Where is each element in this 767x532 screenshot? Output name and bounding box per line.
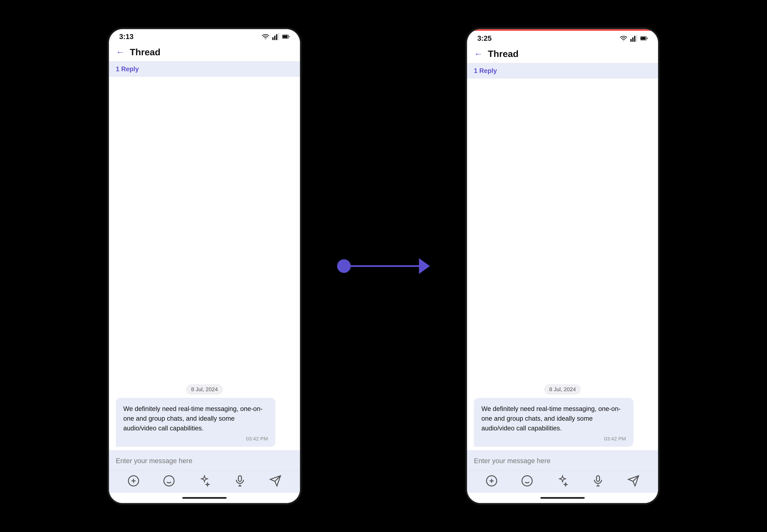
svg-rect-17 [630,39,632,42]
svg-rect-22 [641,37,646,40]
left-message-time: 03:42 PM [123,436,268,442]
arrow-dot [337,259,351,273]
right-date-row: 8 Jul, 2024 [474,384,651,394]
left-status-icons [262,33,290,40]
arrow-head [419,258,430,274]
wifi-icon [262,33,269,40]
right-battery-icon [640,35,648,42]
svg-rect-19 [634,36,635,42]
left-send-icon[interactable] [268,474,282,488]
svg-rect-12 [238,476,241,481]
right-home-bar [540,497,585,499]
right-date-badge: 8 Jul, 2024 [544,384,581,394]
right-phone: 3:25 ← [467,29,658,503]
left-date-row: 8 Jul, 2024 [116,384,293,394]
right-reply-count: 1 Reply [474,67,497,74]
right-add-icon[interactable] [485,474,499,488]
left-message-bubble: We definitely need real-time messaging, … [116,398,275,447]
svg-point-9 [164,476,174,486]
left-message-text: We definitely need real-time messaging, … [123,404,268,433]
svg-rect-29 [597,476,600,481]
right-header: ← Thread [467,44,658,63]
right-sparkle-icon[interactable] [556,474,569,488]
right-messages-area: 8 Jul, 2024 We definitely need real-time… [467,79,658,450]
svg-rect-5 [283,35,287,38]
left-header-title: Thread [130,47,160,57]
left-input-area[interactable] [109,450,300,471]
right-wifi-icon [620,35,627,42]
left-messages-area: 8 Jul, 2024 We definitely need real-time… [109,77,300,450]
left-date-badge: 8 Jul, 2024 [186,384,223,394]
svg-point-26 [522,476,532,486]
left-header: ← Thread [109,43,300,62]
signal-icon [272,33,279,40]
svg-rect-2 [276,34,277,40]
svg-rect-3 [278,33,279,40]
right-status-icons [620,35,648,42]
arrow-container [337,258,430,274]
right-back-button[interactable]: ← [474,49,483,58]
left-emoji-icon[interactable] [162,474,176,488]
left-toolbar [109,471,300,493]
arrow-line [351,265,419,267]
right-status-bar: 3:25 [467,31,658,44]
left-status-time: 3:13 [119,33,133,41]
left-status-bar: 3:13 [109,29,300,43]
left-reply-count: 1 Reply [116,65,139,73]
left-phone: 3:13 [109,29,300,503]
right-home-indicator [467,493,658,503]
right-status-time: 3:25 [477,34,492,42]
left-home-indicator [109,493,300,503]
left-sparkle-icon[interactable] [198,474,211,488]
right-reply-bar: 1 Reply [467,63,658,79]
right-top-accent-bar [467,29,658,31]
right-input-area[interactable] [467,450,658,471]
right-toolbar [467,471,658,493]
right-emoji-icon[interactable] [520,474,534,488]
right-mic-icon[interactable] [591,474,605,488]
right-message-time: 03:42 PM [482,436,626,442]
right-message-input[interactable] [474,457,651,465]
right-message-text: We definitely need real-time messaging, … [482,404,626,433]
right-message-bubble: We definitely need real-time messaging, … [474,398,634,447]
svg-rect-0 [272,37,273,40]
right-signal-icon [630,35,638,42]
left-back-button[interactable]: ← [116,48,125,56]
svg-rect-18 [632,37,634,42]
right-send-icon[interactable] [627,474,640,488]
left-reply-bar: 1 Reply [109,62,300,77]
left-mic-icon[interactable] [233,474,247,488]
left-add-icon[interactable] [127,474,140,488]
svg-rect-1 [274,36,275,40]
battery-icon [282,33,290,40]
left-home-bar [182,497,227,499]
transition-arrow [324,0,443,532]
left-message-input[interactable] [116,457,293,465]
svg-rect-20 [636,35,637,42]
right-header-title: Thread [488,48,519,59]
